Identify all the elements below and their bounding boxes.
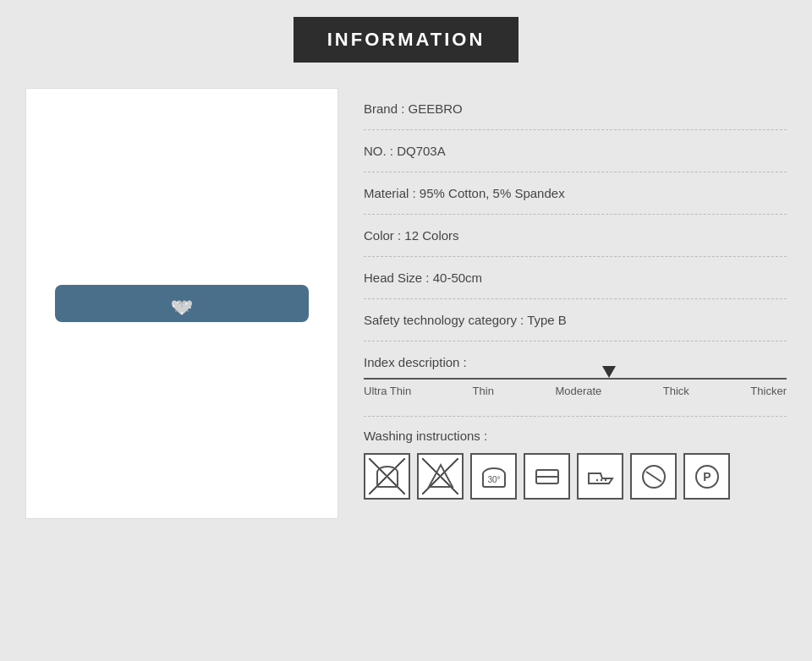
safety-label: Safety technology category :	[364, 313, 527, 327]
safety-value: Type B	[527, 313, 567, 327]
head-size-label: Head Size :	[364, 270, 433, 285]
brand-label: Brand :	[364, 101, 409, 116]
brand-value: GEEBRO	[409, 101, 463, 116]
slider-labels: Ultra Thin Thin Moderate Thick Thicker	[364, 385, 787, 397]
dryclean-light-icon	[630, 453, 677, 500]
material-label: Material :	[364, 186, 420, 200]
color-value: 12 Colors	[404, 228, 458, 243]
iron-icon	[577, 453, 623, 500]
material-value: 95% Cotton, 5% Spandex	[420, 186, 565, 200]
svg-text:P: P	[703, 470, 710, 483]
svg-marker-10	[429, 465, 453, 487]
no-label: NO. :	[364, 144, 397, 158]
label-thicker: Thicker	[750, 385, 787, 397]
tumble-icon	[524, 453, 570, 500]
svg-point-16	[604, 478, 606, 480]
washing-icons-row: 30°	[364, 453, 787, 500]
no-value: DQ703A	[397, 144, 446, 158]
brand-row: Brand : GEEBRO	[364, 88, 787, 130]
svg-point-9	[183, 304, 184, 305]
material-row: Material : 95% Cotton, 5% Spandex	[364, 172, 787, 215]
no-row: NO. : DQ703A	[364, 130, 787, 172]
slider-arrow	[602, 366, 616, 378]
svg-point-7	[187, 310, 189, 312]
svg-point-3	[185, 303, 188, 305]
page-title: INFORMATION	[294, 17, 519, 63]
svg-point-4	[189, 307, 191, 309]
head-size-value: 40-50cm	[433, 270, 482, 285]
dryclean-p-icon: P	[683, 453, 730, 500]
washing-section: Washing instructions :	[364, 416, 787, 500]
svg-point-6	[175, 310, 177, 312]
content-area: Brand : GEEBRO NO. : DQ703A Material : 9…	[25, 88, 787, 519]
slider-track	[364, 378, 787, 380]
thickness-slider: Ultra Thin Thin Moderate Thick Thicker	[364, 378, 787, 397]
svg-point-14	[595, 478, 597, 480]
wash-30-icon: 30°	[470, 453, 517, 500]
svg-point-1	[173, 305, 174, 307]
index-section: Index description : Ultra Thin Thin Mode…	[364, 341, 787, 401]
no-wash-icon	[364, 453, 410, 500]
index-label: Index description :	[364, 355, 787, 369]
color-label: Color :	[364, 228, 404, 243]
no-bleach-icon	[417, 453, 464, 500]
svg-point-5	[181, 312, 183, 314]
svg-point-15	[600, 478, 601, 480]
label-moderate: Moderate	[555, 385, 601, 397]
label-ultra-thin: Ultra Thin	[364, 385, 411, 397]
safety-row: Safety technology category : Type B	[364, 299, 787, 341]
info-panel: Brand : GEEBRO NO. : DQ703A Material : 9…	[364, 88, 787, 519]
washing-label: Washing instructions :	[364, 429, 787, 443]
product-image	[25, 88, 338, 519]
label-thin: Thin	[473, 385, 494, 397]
svg-point-2	[177, 302, 178, 303]
color-row: Color : 12 Colors	[364, 215, 787, 257]
head-size-row: Head Size : 40-50cm	[364, 257, 787, 299]
label-thick: Thick	[663, 385, 689, 397]
svg-point-8	[179, 304, 180, 305]
svg-text:30°: 30°	[487, 475, 500, 484]
